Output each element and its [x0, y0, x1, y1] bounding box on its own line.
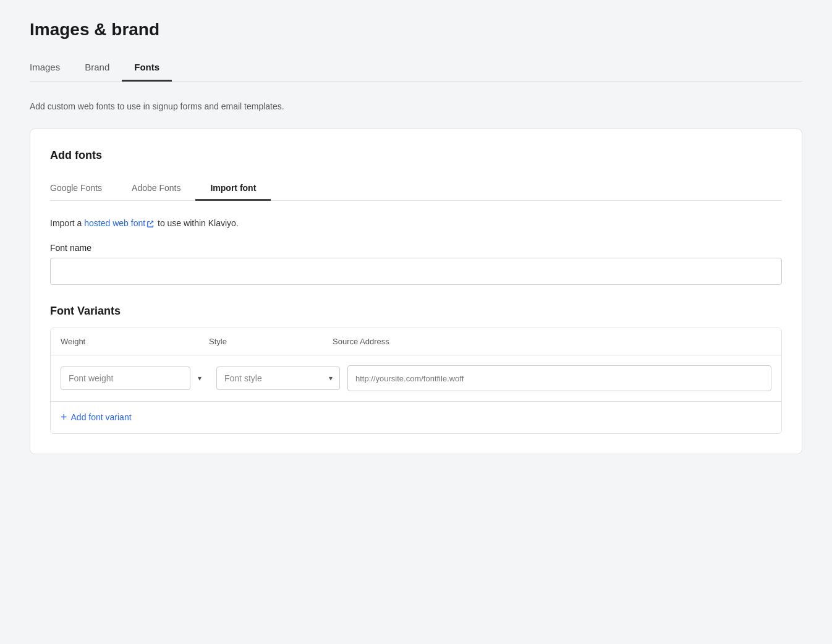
inner-tab-nav: Google Fonts Adobe Fonts Import font — [50, 177, 782, 201]
font-name-label: Font name — [50, 243, 782, 253]
variants-table-header: Weight Style Source Address — [51, 328, 781, 355]
external-link-icon — [146, 219, 155, 228]
add-variant-row: + Add font variant — [51, 402, 781, 433]
add-variant-label: Add font variant — [71, 412, 132, 422]
header-weight: Weight — [61, 337, 209, 346]
tab-adobe-fonts[interactable]: Adobe Fonts — [117, 177, 195, 201]
font-weight-chevron-icon: ▾ — [198, 374, 202, 383]
content-area: Add custom web fonts to use in signup fo… — [30, 101, 802, 454]
add-font-variant-button[interactable]: + Add font variant — [61, 412, 132, 423]
page-subtitle: Add custom web fonts to use in signup fo… — [30, 101, 802, 111]
hosted-web-font-link[interactable]: hosted web font — [84, 218, 155, 228]
import-description: Import a hosted web font to use within K… — [50, 218, 782, 228]
font-style-wrapper: Font style Normal Italic Oblique ▾ — [216, 366, 340, 390]
tab-images[interactable]: Images — [30, 54, 72, 82]
top-tab-nav: Images Brand Fonts — [30, 54, 802, 82]
card-title: Add fonts — [50, 149, 782, 162]
font-style-select[interactable]: Font style Normal Italic Oblique — [216, 366, 340, 390]
header-style: Style — [209, 337, 333, 346]
font-weight-select[interactable]: Font weight 100 - Thin 200 - Extra Light… — [61, 366, 190, 390]
tab-brand[interactable]: Brand — [72, 54, 122, 82]
tab-import-font[interactable]: Import font — [195, 177, 271, 201]
plus-icon: + — [61, 412, 67, 423]
font-weight-wrapper: Font weight 100 - Thin 200 - Extra Light… — [61, 366, 209, 390]
font-variants-section: Font Variants Weight Style Source Addres… — [50, 305, 782, 434]
tab-google-fonts[interactable]: Google Fonts — [50, 177, 117, 201]
font-variants-title: Font Variants — [50, 305, 782, 318]
import-desc-suffix: to use within Klaviyo. — [155, 218, 239, 228]
variant-row: Font weight 100 - Thin 200 - Extra Light… — [51, 355, 781, 402]
page-title: Images & brand — [30, 20, 802, 40]
tab-fonts[interactable]: Fonts — [122, 54, 172, 82]
source-address-input[interactable] — [347, 365, 771, 391]
variants-table: Weight Style Source Address Font weight … — [50, 328, 782, 434]
add-fonts-card: Add fonts Google Fonts Adobe Fonts Impor… — [30, 129, 802, 454]
header-source-address: Source Address — [333, 337, 771, 346]
font-name-input[interactable] — [50, 258, 782, 285]
font-name-group: Font name — [50, 243, 782, 285]
import-desc-prefix: Import a — [50, 218, 84, 228]
